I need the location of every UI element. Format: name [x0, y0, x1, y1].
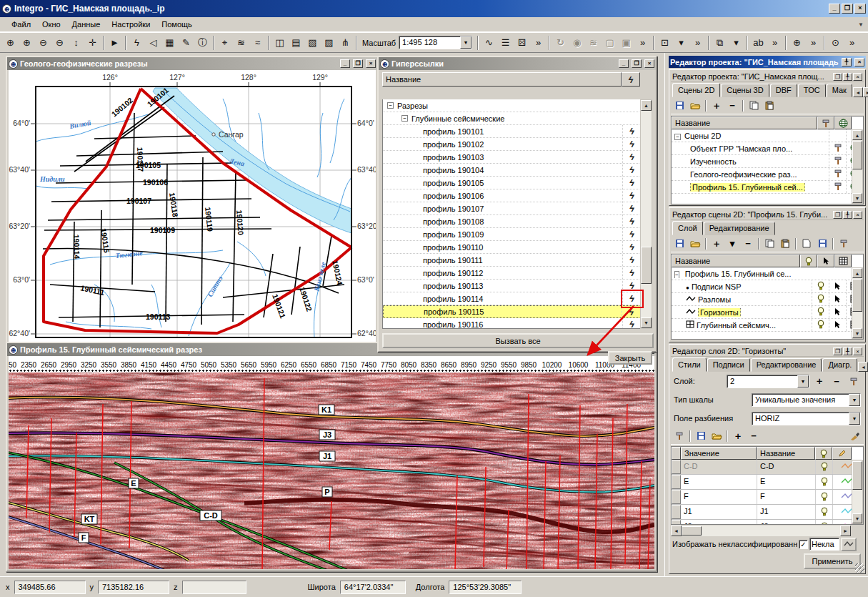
collapse-icon[interactable]: −	[674, 271, 679, 278]
back-button[interactable]: ◁	[145, 35, 161, 51]
hyperlink-row[interactable]: профиль 190107ϟ	[383, 202, 641, 215]
waves2-button[interactable]: ≋	[585, 35, 602, 51]
project-tree-row[interactable]: Объект ГРР "Намская пло...	[672, 142, 863, 155]
globe-column-header[interactable]	[834, 117, 852, 129]
style-row[interactable]: J3J3	[672, 520, 863, 524]
new-layer-button[interactable]	[799, 237, 814, 251]
minimize-button[interactable]: _	[340, 59, 350, 68]
zoom-out-button[interactable]: ⊖	[51, 35, 68, 51]
name-column-header[interactable]: Название	[672, 255, 800, 267]
fit-width-button[interactable]: ◫	[271, 35, 288, 51]
zoom-out-extent-button[interactable]: ⊖	[35, 35, 51, 51]
visibility-cell[interactable]	[815, 490, 832, 504]
visibility-cell[interactable]	[815, 460, 832, 474]
close-button[interactable]: ×	[854, 4, 866, 14]
label-edit-button[interactable]: ab	[750, 35, 767, 51]
scroll-thumb[interactable]	[852, 141, 862, 169]
visibility-cell[interactable]	[815, 505, 832, 519]
annotate-button[interactable]: ▨	[321, 35, 337, 51]
add-button[interactable]: ＋	[709, 237, 724, 251]
hyperlink-row[interactable]: профиль 190102ϟ	[383, 138, 641, 151]
hyperlink-row[interactable]: профиль 190103ϟ	[383, 151, 641, 164]
copy-view-button[interactable]: ⧉	[712, 35, 728, 51]
visibility-cell[interactable]	[812, 306, 829, 318]
hyperlink-row[interactable]: профиль 190110ϟ	[383, 241, 641, 254]
close-icon[interactable]: ×	[853, 73, 862, 81]
hammer-cell[interactable]	[829, 142, 846, 154]
hyperlink-call-button[interactable]: ϟ	[622, 151, 641, 163]
project-tab-Мак[interactable]: Мак	[827, 84, 852, 97]
project-tab-Сцены 3D[interactable]: Сцены 3D	[721, 84, 769, 97]
rotate-button[interactable]: ↻	[552, 35, 569, 51]
maximize-button[interactable]: ❐	[632, 59, 642, 68]
hyperlink-call-button[interactable]: ϟ	[622, 189, 641, 202]
project-tree-row[interactable]: −Сцены 2D	[672, 129, 863, 142]
style-row[interactable]: FF	[672, 490, 863, 505]
hammer-button[interactable]	[672, 429, 687, 443]
tab-next-icon[interactable]: ►	[863, 87, 868, 97]
scene-tab-Слой[interactable]: Слой	[672, 221, 703, 235]
dropdown-icon[interactable]: ▼	[460, 36, 472, 49]
visibility-cell[interactable]	[812, 280, 829, 292]
hyperlink-call-button[interactable]: ϟ	[622, 202, 641, 214]
hyperlink-call-button[interactable]: ϟ	[622, 125, 641, 137]
row-select-button[interactable]	[672, 505, 681, 519]
open-button[interactable]	[709, 429, 724, 443]
menu-overflow-icon[interactable]: ▼	[858, 21, 864, 28]
hammer-button[interactable]	[847, 374, 861, 388]
hyperlink-row[interactable]: профиль 190105ϟ	[383, 177, 641, 189]
scroll-thumb[interactable]	[852, 461, 862, 490]
unclassified-name-input[interactable]	[809, 538, 839, 551]
menu-item-Настройки[interactable]: Настройки	[106, 18, 156, 31]
project-panel-titlebar[interactable]: Редактор проекта: "ГИС_Намская площ... ❐…	[671, 71, 864, 82]
hyperlink-call-button[interactable]: ϟ	[622, 177, 641, 189]
close-icon[interactable]: ×	[853, 211, 862, 219]
project-tab-TOC[interactable]: TOC	[798, 84, 826, 97]
collapse-icon[interactable]: −	[674, 134, 681, 140]
tab-prev-icon[interactable]: ◄	[858, 362, 868, 372]
select-frame-dropdown[interactable]: ▾	[673, 35, 689, 51]
seismic-canvas[interactable]: K1J3J1EPC-DKTF	[9, 372, 654, 569]
maximize-button[interactable]: ❐	[353, 59, 363, 68]
apply-button[interactable]: Применить	[804, 553, 861, 569]
overflow-chevron-icon[interactable]: »	[844, 35, 860, 51]
project-tree-row[interactable]	[672, 194, 863, 204]
select-tool-button[interactable]: ►	[106, 35, 123, 51]
overflow-chevron-icon[interactable]: »	[634, 35, 651, 51]
select-cell[interactable]	[829, 280, 846, 292]
dropdown-icon[interactable]: ▼	[849, 413, 860, 425]
brush-button[interactable]	[848, 429, 862, 443]
target-button[interactable]: ⊕	[789, 35, 805, 51]
hyperlink-call-button[interactable]: ϟ	[622, 228, 641, 240]
save-button[interactable]	[694, 429, 708, 443]
scene-tree-row[interactable]: − Профиль 15. Глубинный се...	[672, 267, 863, 280]
row-select-button[interactable]	[672, 460, 681, 474]
layer-tab-Подписи[interactable]: Подписи	[707, 358, 750, 372]
scene-tree-row[interactable]: Глубинный сейсмич...	[672, 319, 863, 332]
hammer-cell[interactable]	[829, 155, 846, 167]
hammer-column-header[interactable]	[817, 117, 834, 129]
layer-tab-Стили[interactable]: Стили	[672, 357, 707, 372]
name-column-header[interactable]: Название	[672, 117, 817, 129]
maximize-button[interactable]: ❐	[842, 4, 853, 14]
overflow-chevron-icon[interactable]: »	[767, 35, 783, 51]
hyperlink-row[interactable]: профиль 190111ϟ	[383, 254, 641, 267]
select-frame-button[interactable]: ⊡	[657, 35, 673, 51]
info-button[interactable]: ⓘ	[194, 35, 211, 51]
collapse-icon[interactable]: −	[401, 115, 408, 122]
scroll-thumb[interactable]	[682, 526, 702, 536]
menu-item-Окно[interactable]: Окно	[36, 18, 66, 31]
select-cell[interactable]	[829, 293, 846, 305]
zoom-in-extent-button[interactable]: ⊕	[2, 35, 19, 51]
paste-button[interactable]	[778, 237, 792, 251]
scene-panel-titlebar[interactable]: Редактор сцены 2D: "Профиль 15. Глуби...…	[671, 209, 864, 220]
project-tab-DBF[interactable]: DBF	[770, 84, 797, 97]
style-row[interactable]: C-DC-D	[672, 460, 863, 475]
hyperlink-call-button[interactable]: ϟ	[622, 138, 641, 150]
row-select-button[interactable]	[672, 520, 681, 524]
select-column-header[interactable]	[817, 255, 834, 267]
hyperlink-call-button[interactable]: ϟ	[622, 241, 641, 253]
scale-type-combobox[interactable]: Уникальные значения▼	[752, 393, 861, 407]
hyperlink-row[interactable]: профиль 190104ϟ	[383, 164, 641, 177]
row-select-button[interactable]	[672, 475, 681, 489]
